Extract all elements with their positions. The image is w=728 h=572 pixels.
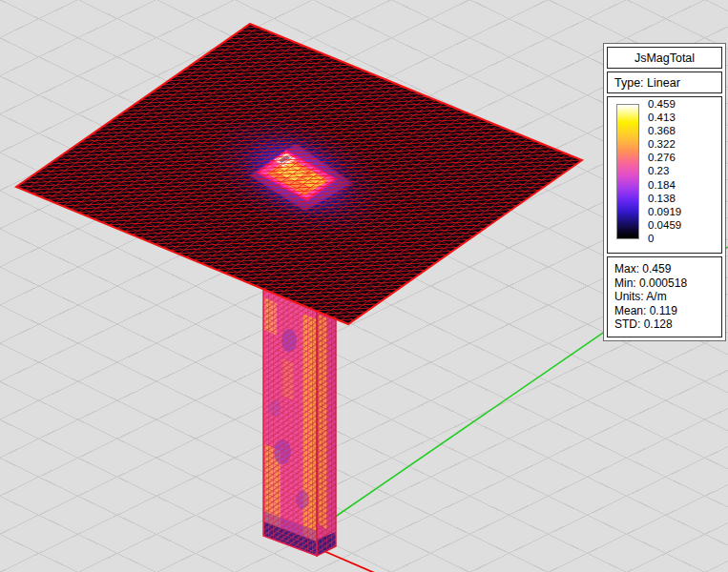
stat-min: Min: 0.000518 [614,276,718,291]
column-side-mesh [317,311,336,556]
stat-mean: Mean: 0.119 [614,304,718,318]
legend-scale-type: Type: Linear [607,72,722,93]
tick-label: 0.459 [648,99,681,110]
stat-max: Max: 0.459 [614,262,718,276]
legend-statistics: Max: 0.459 Min: 0.000518 Units: A/m Mean… [607,256,722,337]
tick-label: 0.184 [648,180,681,191]
legend-title: JsMagTotal [607,47,722,69]
colorbar-ticks: 0.459 0.413 0.368 0.322 0.276 0.23 0.184… [648,99,681,244]
column-front-mesh [263,289,317,556]
colorbar-gradient [616,104,639,239]
plate-mesh [16,24,582,324]
tick-label: 0.322 [648,139,681,150]
tick-label: 0.368 [648,126,681,136]
stat-std: STD: 0.128 [614,317,718,332]
tick-label: 0.23 [648,166,681,176]
field-legend: JsMagTotal Type: Linear 0.459 0.413 0.36… [603,43,726,341]
legend-colorbar-section: 0.459 0.413 0.368 0.322 0.276 0.23 0.184… [607,96,722,254]
tick-label: 0.276 [648,153,681,163]
ground-plane [16,24,582,324]
tick-label: 0 [648,234,681,244]
tick-label: 0.413 [648,112,681,123]
tick-label: 0.0919 [648,207,681,217]
tick-label: 0.0459 [648,220,681,231]
monopole-column [263,289,336,556]
tick-label: 0.138 [648,194,681,204]
stat-units: Units: A/m [614,290,718,304]
simulation-canvas: JsMagTotal Type: Linear 0.459 0.413 0.36… [0,0,728,572]
